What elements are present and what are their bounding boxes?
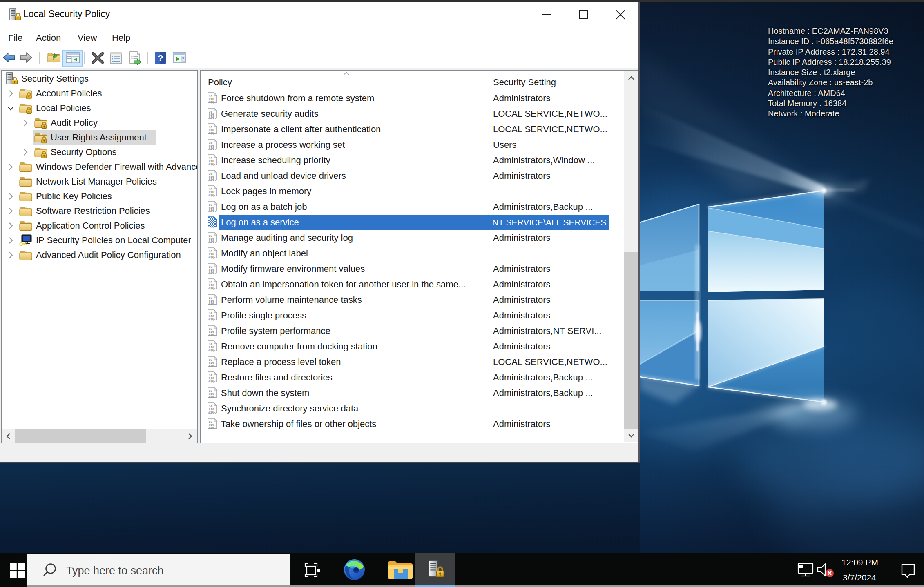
svg-text:?: ?: [158, 53, 163, 63]
